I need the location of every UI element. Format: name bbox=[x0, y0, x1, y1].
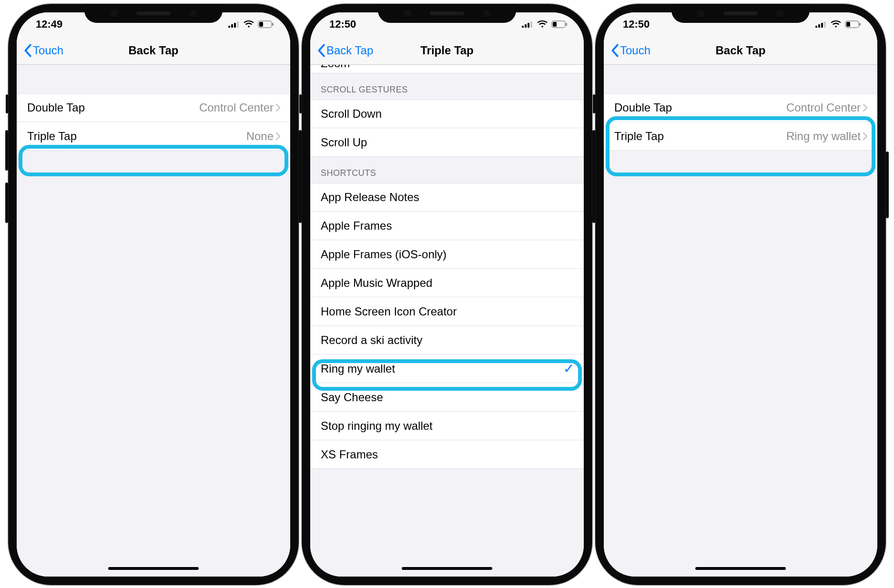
status-right bbox=[815, 20, 861, 28]
row-apple-music-wrapped[interactable]: Apple Music Wrapped bbox=[310, 269, 584, 297]
row-clipped[interactable]: Zoom bbox=[310, 65, 584, 73]
status-right bbox=[228, 20, 274, 28]
row-label: Home Screen Icon Creator bbox=[321, 305, 457, 318]
wifi-icon bbox=[537, 20, 548, 28]
svg-rect-19 bbox=[846, 22, 850, 27]
svg-rect-17 bbox=[824, 21, 826, 28]
svg-rect-2 bbox=[234, 23, 236, 28]
nav-title: Back Tap bbox=[716, 44, 766, 57]
notch bbox=[671, 4, 810, 23]
row-label: App Release Notes bbox=[321, 191, 419, 204]
nav-title: Back Tap bbox=[129, 44, 179, 57]
svg-rect-1 bbox=[231, 24, 233, 28]
row-value: None bbox=[246, 130, 274, 143]
wifi-icon bbox=[244, 20, 254, 28]
row-home-screen-icon-creator[interactable]: Home Screen Icon Creator bbox=[310, 297, 584, 326]
home-indicator[interactable] bbox=[108, 567, 199, 570]
status-right bbox=[522, 20, 568, 28]
nav-header: Touch Back Tap bbox=[604, 36, 877, 65]
chevron-left-icon bbox=[23, 44, 32, 57]
back-label: Touch bbox=[620, 44, 650, 57]
notch bbox=[378, 4, 516, 23]
home-indicator[interactable] bbox=[695, 567, 786, 570]
battery-icon bbox=[845, 20, 861, 28]
back-label: Touch bbox=[33, 44, 63, 57]
row-label: Double Tap bbox=[27, 101, 85, 114]
phone-frame: 12:50 Back Tap Triple Tap Zoom Scroll Ge… bbox=[302, 4, 592, 585]
row-apple-frames[interactable]: Apple Frames bbox=[310, 212, 584, 240]
row-scroll-up[interactable]: Scroll Up bbox=[310, 128, 584, 157]
section-header-shortcuts: Shortcuts bbox=[310, 157, 584, 183]
svg-rect-20 bbox=[859, 23, 861, 26]
row-scroll-down[interactable]: Scroll Down bbox=[310, 100, 584, 128]
row-label: Triple Tap bbox=[27, 130, 77, 143]
phone-3: 12:50 Touch Back Tap Double Tap bbox=[595, 4, 886, 585]
nav-header: Back Tap Triple Tap bbox=[310, 36, 584, 65]
row-stop-ringing-my-wallet[interactable]: Stop ringing my wallet bbox=[310, 412, 584, 440]
svg-rect-5 bbox=[259, 22, 263, 27]
row-triple-tap[interactable]: Triple Tap Ring my wallet bbox=[604, 122, 877, 151]
wifi-icon bbox=[831, 20, 841, 28]
screen: 12:49 Touch Back Tap Double Tap bbox=[17, 12, 290, 577]
svg-rect-9 bbox=[528, 23, 529, 28]
row-triple-tap[interactable]: Triple Tap None bbox=[17, 122, 290, 151]
checkmark-icon: ✓ bbox=[563, 361, 574, 376]
row-app-release-notes[interactable]: App Release Notes bbox=[310, 183, 584, 212]
back-label: Back Tap bbox=[326, 44, 373, 57]
row-xs-frames[interactable]: XS Frames bbox=[310, 440, 584, 469]
phone-2: 12:50 Back Tap Triple Tap Zoom Scroll Ge… bbox=[302, 4, 592, 585]
row-label: XS Frames bbox=[321, 448, 378, 461]
svg-rect-15 bbox=[818, 24, 820, 28]
row-label: Stop ringing my wallet bbox=[321, 419, 433, 433]
section-header-scroll-gestures: Scroll Gestures bbox=[310, 73, 584, 100]
row-label: Record a ski activity bbox=[321, 334, 422, 347]
chevron-left-icon bbox=[317, 44, 325, 57]
row-label: Apple Music Wrapped bbox=[321, 276, 432, 290]
content-area: Double Tap Control Center Triple Tap Rin… bbox=[604, 65, 877, 577]
chevron-right-icon bbox=[275, 132, 281, 141]
chevron-right-icon bbox=[863, 103, 868, 112]
svg-rect-3 bbox=[237, 21, 239, 28]
chevron-right-icon bbox=[863, 132, 868, 141]
back-button[interactable]: Touch bbox=[610, 44, 650, 57]
row-record-a-ski-activity[interactable]: Record a ski activity bbox=[310, 326, 584, 355]
row-double-tap[interactable]: Double Tap Control Center bbox=[604, 93, 877, 122]
svg-rect-13 bbox=[566, 23, 567, 26]
power-button[interactable] bbox=[886, 152, 889, 218]
screen: 12:50 Back Tap Triple Tap Zoom Scroll Ge… bbox=[310, 12, 584, 577]
cellular-icon bbox=[522, 21, 533, 28]
back-button[interactable]: Touch bbox=[23, 44, 63, 57]
phone-frame: 12:50 Touch Back Tap Double Tap bbox=[595, 4, 886, 585]
content-area: Double Tap Control Center Triple Tap Non… bbox=[17, 65, 290, 577]
nav-header: Touch Back Tap bbox=[17, 36, 290, 65]
svg-rect-6 bbox=[272, 23, 274, 26]
status-time: 12:49 bbox=[36, 18, 62, 30]
home-indicator[interactable] bbox=[402, 567, 492, 570]
row-label: Triple Tap bbox=[614, 130, 664, 143]
status-time: 12:50 bbox=[623, 18, 650, 30]
nav-title: Triple Tap bbox=[420, 44, 474, 57]
svg-rect-14 bbox=[815, 26, 817, 28]
svg-rect-10 bbox=[530, 21, 532, 28]
cellular-icon bbox=[815, 21, 827, 28]
row-value: Ring my wallet bbox=[786, 130, 861, 143]
row-ring-my-wallet[interactable]: Ring my wallet ✓ bbox=[310, 355, 584, 383]
row-label: Scroll Up bbox=[321, 136, 367, 149]
battery-icon bbox=[258, 20, 274, 28]
row-say-cheese[interactable]: Say Cheese bbox=[310, 383, 584, 412]
row-label: Ring my wallet bbox=[321, 362, 395, 375]
row-value: Control Center bbox=[786, 101, 861, 114]
svg-rect-12 bbox=[553, 22, 557, 27]
row-double-tap[interactable]: Double Tap Control Center bbox=[17, 93, 290, 122]
row-apple-frames-ios-only[interactable]: Apple Frames (iOS-only) bbox=[310, 240, 584, 269]
phone-frame: 12:49 Touch Back Tap Double Tap bbox=[8, 4, 299, 585]
row-value: Control Center bbox=[199, 101, 274, 114]
content-area[interactable]: Zoom Scroll Gestures Scroll Down Scroll … bbox=[310, 65, 584, 577]
screen: 12:50 Touch Back Tap Double Tap bbox=[604, 12, 877, 577]
back-button[interactable]: Back Tap bbox=[317, 44, 373, 57]
row-label: Apple Frames bbox=[321, 219, 392, 233]
row-label: Say Cheese bbox=[321, 391, 383, 404]
status-time: 12:50 bbox=[329, 18, 356, 30]
svg-rect-0 bbox=[228, 26, 230, 28]
phone-1: 12:49 Touch Back Tap Double Tap bbox=[8, 4, 299, 585]
